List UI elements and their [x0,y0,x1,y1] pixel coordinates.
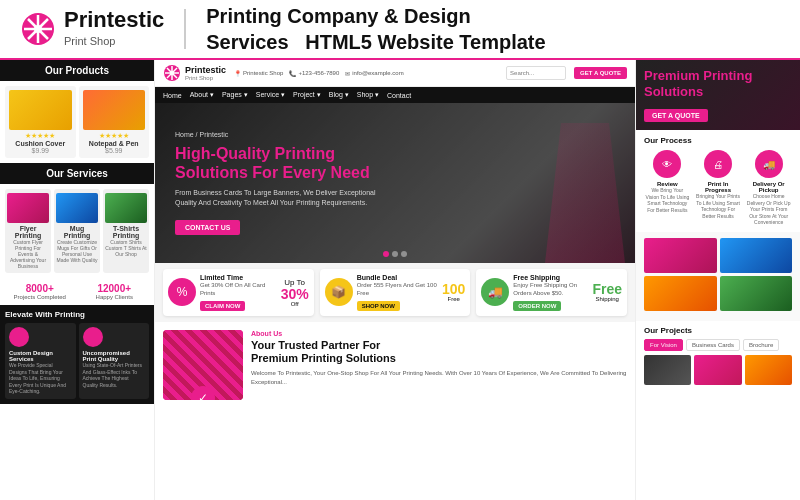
deal-badge-value: 100 [442,282,465,296]
services-section-title: Our Services [0,163,154,184]
nav-email: ✉ info@example.com [345,70,403,77]
deal-badge: Free Shipping [592,282,622,302]
process-steps: 👁 Review We Bring Your Vision To Life Us… [644,150,792,226]
projects-row [644,355,792,385]
slider-dot[interactable] [383,251,389,257]
hero-content: Home / Printestic High-Quality Printing … [155,116,415,250]
menu-item-service[interactable]: Service ▾ [256,91,285,99]
service-desc: Custom Shirts Custom T Shirts At Our Sho… [105,239,147,257]
hero-breadcrumb: Home / Printestic [175,131,395,138]
review-icon: 👁 [653,150,681,178]
menu-item-home[interactable]: Home [163,92,182,99]
project-tabs: For Vision Business Cards Brochure [644,339,792,351]
menu-item-about[interactable]: About ▾ [190,91,214,99]
about-image: ✓ [163,330,243,400]
nav-info: 📍 Printestic Shop 📞 +123-456-7890 ✉ info… [234,70,498,77]
list-item[interactable]: ★★★★★ Cushion Cover $9.99 [5,86,76,158]
shipping-icon: 🚚 [488,285,503,299]
hero-title-line2: Solutions For Every Need [175,164,370,181]
list-item[interactable]: ★★★★★ Notepad & Pen $5.99 [79,86,150,158]
tab-business-cards[interactable]: Business Cards [686,339,740,351]
deal-badge-sub: Free [442,296,465,302]
nav-phone: 📞 +123-456-7890 [289,70,339,77]
projects-section: Our Projects For Vision Business Cards B… [636,321,800,390]
product-label: Notepad & Pen [83,140,146,147]
about-description: Welcome To Printestic, Your One-Stop Sho… [251,369,627,387]
hero-title-line1: High-Quality Printing [175,145,335,162]
list-item[interactable]: Mug Printing Create Customize Mugs For G… [54,189,100,273]
service-thumb [105,193,147,223]
project-thumb[interactable] [745,355,792,385]
decorative-item [644,276,717,311]
deal-icon: 📦 [325,278,353,306]
brand-tagline: Printing Company & DesignServices HTML5 … [206,3,545,55]
preview-logo-sub: Print Shop [185,75,226,81]
shop-now-button[interactable]: SHOP NOW [357,301,400,311]
elevate-title: Elevate With Printing [5,310,149,319]
deal-title: Limited Time [200,274,277,282]
service-thumb [7,193,49,223]
premium-cta-button[interactable]: GET A QUOTE [644,109,708,122]
product-label: Cushion Cover [9,140,72,147]
premium-title: Premium Printing Solutions [644,68,792,99]
order-now-button[interactable]: ORDER NOW [513,301,561,311]
list-item: 👁 Review We Bring Your Vision To Life Us… [644,150,691,226]
decorative-item [644,238,717,273]
project-thumb[interactable] [644,355,691,385]
hero-subtitle: From Business Cards To Large Banners, We… [175,188,395,208]
deal-content: Free Shipping Enjoy Free Shipping On Ord… [513,274,588,311]
preview-hero: Home / Printestic High-Quality Printing … [155,103,635,263]
service-label: T-Shirts Printing [105,225,147,239]
preview-nav: Printestic Print Shop 📍 Printestic Shop … [155,60,635,87]
right-sidebar: Premium Printing Solutions GET A QUOTE O… [635,60,800,500]
menu-item-shop[interactable]: Shop ▾ [357,91,379,99]
service-label: Flyer Printing [7,225,49,239]
svg-point-5 [34,25,42,33]
stats-row: 8000+ Projects Completed 12000+ Happy Cl… [0,278,154,305]
products-section-title: Our Products [0,60,154,81]
services-grid: Flyer Printing Custom Flyer Printing For… [5,189,149,273]
tab-for-vision[interactable]: For Vision [644,339,683,351]
nav-address: 📍 Printestic Shop [234,70,283,77]
tab-brochure[interactable]: Brochure [743,339,779,351]
elevate-card-desc: We Provide Special Designs That Bring Yo… [9,362,72,395]
claim-now-button[interactable]: CLAIM NOW [200,301,245,311]
stat-label: Projects Completed [5,294,75,300]
decorative-item [720,276,793,311]
about-subtitle: About Us [251,330,627,337]
search-input[interactable] [506,66,566,80]
deal-badge: 100 Free [442,282,465,302]
menu-item-project[interactable]: Project ▾ [293,91,321,99]
brand-bar: Printestic Print Shop Printing Company &… [0,0,800,60]
deal-desc: Enjoy Free Shipping On Orders Above $50. [513,282,588,298]
hero-title: High-Quality Printing Solutions For Ever… [175,144,395,182]
preview-logo-text: Printestic [185,65,226,75]
get-quote-button[interactable]: GET A QUOTE [574,67,627,79]
list-item: Custom Design Services We Provide Specia… [5,323,76,399]
menu-item-contact[interactable]: Contact [387,92,411,99]
bundle-icon: 📦 [331,285,346,299]
about-section: ✓ About Us Your Trusted Partner ForPremi… [155,322,635,408]
service-thumb [56,193,98,223]
list-item[interactable]: T-Shirts Printing Custom Shirts Custom T… [103,189,149,273]
stat-item: 8000+ Projects Completed [5,283,75,300]
slider-dot[interactable] [392,251,398,257]
elevate-section: Elevate With Printing Custom Design Serv… [0,305,154,404]
process-section: Our Process 👁 Review We Bring Your Visio… [636,130,800,232]
project-thumb[interactable] [694,355,741,385]
elevate-cards: Custom Design Services We Provide Specia… [5,323,149,399]
menu-item-pages[interactable]: Pages ▾ [222,91,248,99]
preview-menu: Home About ▾ Pages ▾ Service ▾ Project ▾… [155,87,635,103]
service-label: Mug Printing [56,225,98,239]
decorative-grid [644,238,792,311]
list-item[interactable]: Flyer Printing Custom Flyer Printing For… [5,189,51,273]
hero-cta-button[interactable]: CONTACT US [175,220,240,235]
menu-item-blog[interactable]: Blog ▾ [329,91,349,99]
product-price: $5.99 [83,147,146,154]
product-grid: ★★★★★ Cushion Cover $9.99 ★★★★★ Notepad … [0,81,154,163]
deal-icon: 🚚 [481,278,509,306]
header-divider [184,9,186,49]
slider-dot[interactable] [401,251,407,257]
brand-logo: Printestic Print Shop [20,9,164,49]
product-thumb [83,90,146,130]
